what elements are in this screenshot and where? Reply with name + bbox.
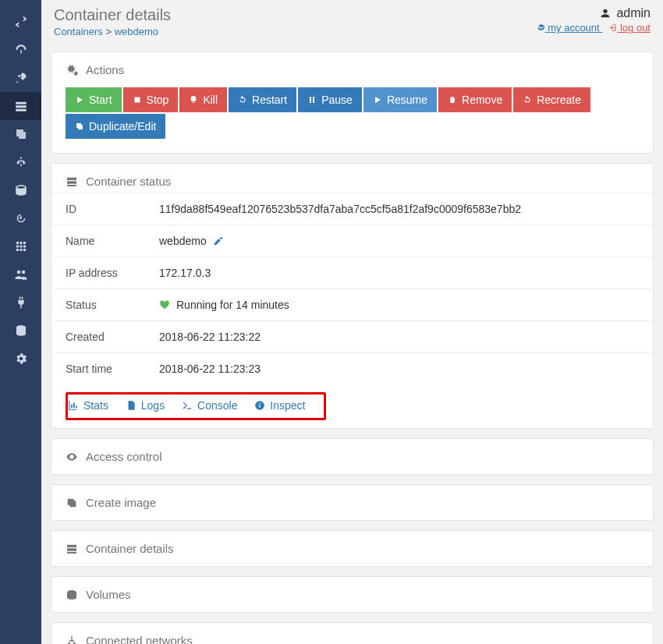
my-account-link[interactable]: my account	[537, 22, 603, 34]
row-created: Created2018-06-22 11:23:22	[51, 321, 653, 353]
stop-button[interactable]: Stop	[123, 87, 179, 112]
clone-icon	[66, 497, 78, 509]
details-panel[interactable]: Container details	[51, 530, 654, 567]
stats-link[interactable]: Stats	[68, 399, 108, 412]
row-status: Status Running for 14 minutes	[51, 289, 653, 321]
actions-heading: Actions	[86, 63, 124, 76]
row-ip: IP address172.17.0.3	[51, 257, 653, 289]
row-id: ID11f9da88f549eaf12076523b537dfa7aba7cc5…	[51, 193, 653, 225]
nav-swap-icon[interactable]	[0, 8, 41, 36]
svg-rect-1	[260, 405, 261, 408]
server-icon	[66, 175, 78, 188]
logout-link[interactable]: log out	[608, 22, 651, 34]
status-panel: Container status ID11f9da88f549eaf120765…	[51, 163, 654, 429]
logs-link[interactable]: Logs	[126, 399, 165, 412]
inspect-link[interactable]: Inspect	[254, 399, 305, 412]
sitemap-icon	[66, 635, 78, 645]
nav-images-icon[interactable]	[0, 120, 41, 148]
sidebar	[0, 0, 41, 644]
restart-button[interactable]: Restart	[229, 87, 296, 112]
breadcrumb-item[interactable]: webdemo	[115, 26, 158, 37]
database-icon	[66, 589, 78, 601]
nav-networks-icon[interactable]	[0, 148, 41, 176]
svg-rect-2	[260, 403, 261, 404]
nav-dashboard-icon[interactable]	[0, 36, 41, 64]
row-start: Start time2018-06-22 11:23:23	[51, 353, 653, 385]
start-button[interactable]: Start	[66, 87, 122, 112]
actions-panel: Actions Start Stop Kill Restart Pause Re…	[51, 51, 654, 154]
nav-plug-icon[interactable]	[0, 288, 41, 317]
username: admin	[616, 6, 651, 20]
heartbeat-icon	[159, 299, 170, 310]
create-image-panel[interactable]: Create image	[51, 484, 654, 521]
nav-grid-icon[interactable]	[0, 232, 41, 260]
user-icon	[599, 7, 612, 19]
pause-button[interactable]: Pause	[298, 87, 362, 112]
resume-button[interactable]: Resume	[363, 87, 437, 112]
console-link[interactable]: Console	[182, 399, 237, 412]
main-content: Container details Containers > webdemo a…	[41, 0, 663, 644]
breadcrumb-containers[interactable]: Containers	[54, 26, 103, 37]
remove-button[interactable]: Remove	[438, 87, 512, 112]
status-heading: Container status	[86, 175, 171, 188]
server-icon	[66, 543, 78, 555]
nav-rocket-icon[interactable]	[0, 64, 41, 92]
nav-containers-icon[interactable]	[0, 92, 41, 120]
nav-settings-icon[interactable]	[0, 345, 41, 373]
cogs-icon	[66, 64, 78, 76]
breadcrumb-sep: >	[106, 26, 112, 37]
networks-panel[interactable]: Connected networks	[51, 622, 654, 644]
nav-db-icon[interactable]	[0, 317, 41, 345]
kill-button[interactable]: Kill	[179, 87, 227, 112]
page-title: Container details	[54, 6, 171, 24]
nav-volumes-icon[interactable]	[0, 176, 41, 204]
recreate-button[interactable]: Recreate	[513, 87, 590, 112]
nav-events-icon[interactable]	[0, 204, 41, 232]
nav-users-icon[interactable]	[0, 260, 41, 288]
breadcrumb: Containers > webdemo	[54, 26, 171, 37]
access-panel[interactable]: Access control	[51, 438, 654, 475]
eye-icon	[66, 451, 78, 463]
duplicate-button[interactable]: Duplicate/Edit	[66, 114, 165, 139]
volumes-panel[interactable]: Volumes	[51, 576, 654, 613]
edit-icon[interactable]	[213, 235, 224, 246]
row-name: Name webdemo	[51, 225, 653, 257]
highlight-box: Stats Logs Console Inspect	[66, 392, 326, 420]
